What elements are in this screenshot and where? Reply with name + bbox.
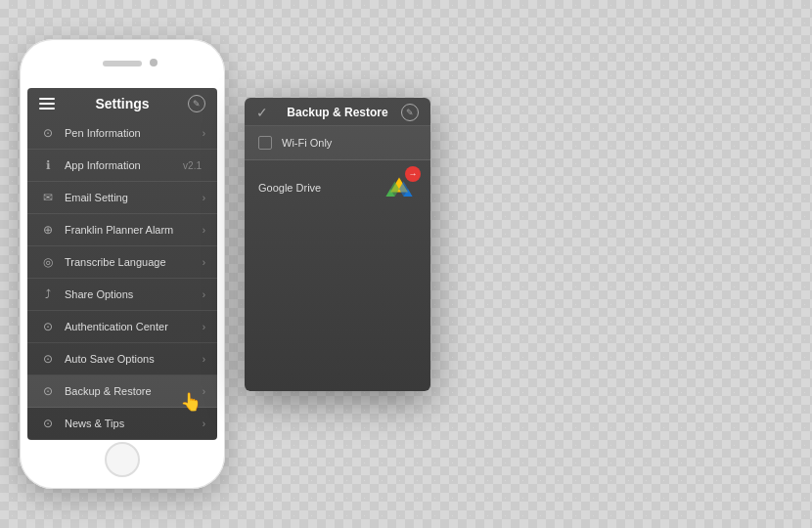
transcribe-icon: ◎ xyxy=(39,253,57,271)
autosave-label: Auto Save Options xyxy=(65,353,203,365)
auth-icon: ⊙ xyxy=(39,318,57,335)
settings-title: Settings xyxy=(95,96,149,111)
news-chevron: › xyxy=(203,418,205,429)
settings-item-share[interactable]: ⤴ Share Options › xyxy=(27,279,217,311)
backup-chevron: › xyxy=(203,386,205,397)
backup-drive-row[interactable]: Google Drive → xyxy=(245,160,430,215)
backup-wifi-row[interactable]: Wi-Fi Only xyxy=(245,126,430,160)
edit-icon[interactable]: ✎ xyxy=(188,95,205,112)
scene: Settings ✎ ⊙ Pen Information › ℹ App Inf… xyxy=(20,39,225,489)
phone-camera xyxy=(150,59,158,66)
pen-info-chevron: › xyxy=(203,128,205,139)
app-info-label: App Information xyxy=(65,159,183,171)
autosave-icon: ⊙ xyxy=(39,350,57,368)
transcribe-chevron: › xyxy=(203,257,205,268)
settings-item-email[interactable]: ✉ Email Setting › xyxy=(27,182,217,214)
app-info-icon: ℹ xyxy=(39,156,57,174)
phone-speaker xyxy=(103,61,142,66)
settings-item-app-info[interactable]: ℹ App Information v2.1 xyxy=(27,150,217,182)
app-info-value: v2.1 xyxy=(183,160,202,171)
backup-icon: ⊙ xyxy=(39,382,57,400)
backup-title: Backup & Restore xyxy=(287,106,387,119)
settings-screen: Settings ✎ ⊙ Pen Information › ℹ App Inf… xyxy=(27,88,217,440)
back-check-icon[interactable]: ✓ xyxy=(256,105,268,120)
settings-item-auth[interactable]: ⊙ Authentication Center › xyxy=(27,311,217,343)
home-button[interactable] xyxy=(105,442,140,477)
share-label: Share Options xyxy=(65,288,203,300)
wifi-only-label: Wi-Fi Only xyxy=(282,137,332,149)
cursor-pointer: 👆 xyxy=(180,391,202,413)
backup-edit-icon[interactable]: ✎ xyxy=(401,104,419,121)
settings-item-transcribe[interactable]: ◎ Transcribe Language › xyxy=(27,246,217,279)
wifi-only-checkbox[interactable] xyxy=(258,136,272,150)
settings-item-autosave[interactable]: ⊙ Auto Save Options › xyxy=(27,343,217,375)
share-icon: ⤴ xyxy=(39,286,57,303)
settings-header: Settings ✎ xyxy=(27,88,217,117)
transcribe-label: Transcribe Language xyxy=(65,256,203,268)
backup-panel: ✓ Backup & Restore ✎ Wi-Fi Only Google D… xyxy=(245,98,430,391)
settings-item-alarm[interactable]: ⊕ Franklin Planner Alarm › xyxy=(27,214,217,246)
share-chevron: › xyxy=(203,289,205,300)
google-drive-label: Google Drive xyxy=(258,182,382,194)
pen-info-label: Pen Information xyxy=(65,127,203,139)
settings-item-pen-info[interactable]: ⊙ Pen Information › xyxy=(27,117,217,150)
auth-label: Authentication Center xyxy=(65,321,203,332)
email-label: Email Setting xyxy=(65,192,203,203)
settings-list: ⊙ Pen Information › ℹ App Information v2… xyxy=(27,117,217,440)
google-drive-icon: → xyxy=(382,170,417,205)
phone-shell: Settings ✎ ⊙ Pen Information › ℹ App Inf… xyxy=(20,39,225,489)
autosave-chevron: › xyxy=(203,354,205,365)
gdrive-arrow-badge: → xyxy=(405,166,421,182)
auth-chevron: › xyxy=(203,322,205,332)
backup-header: ✓ Backup & Restore ✎ xyxy=(245,98,430,126)
alarm-chevron: › xyxy=(203,225,205,236)
email-icon: ✉ xyxy=(39,189,57,206)
pen-info-icon: ⊙ xyxy=(39,124,57,142)
email-chevron: › xyxy=(203,193,205,203)
phone-screen: Settings ✎ ⊙ Pen Information › ℹ App Inf… xyxy=(27,88,217,440)
alarm-icon: ⊕ xyxy=(39,221,57,239)
alarm-label: Franklin Planner Alarm xyxy=(65,224,203,236)
news-icon: ⊙ xyxy=(39,415,57,432)
news-label: News & Tips xyxy=(65,418,203,429)
settings-item-backup[interactable]: ⊙ Backup & Restore › 👆 xyxy=(27,375,217,408)
hamburger-menu[interactable] xyxy=(39,98,55,110)
